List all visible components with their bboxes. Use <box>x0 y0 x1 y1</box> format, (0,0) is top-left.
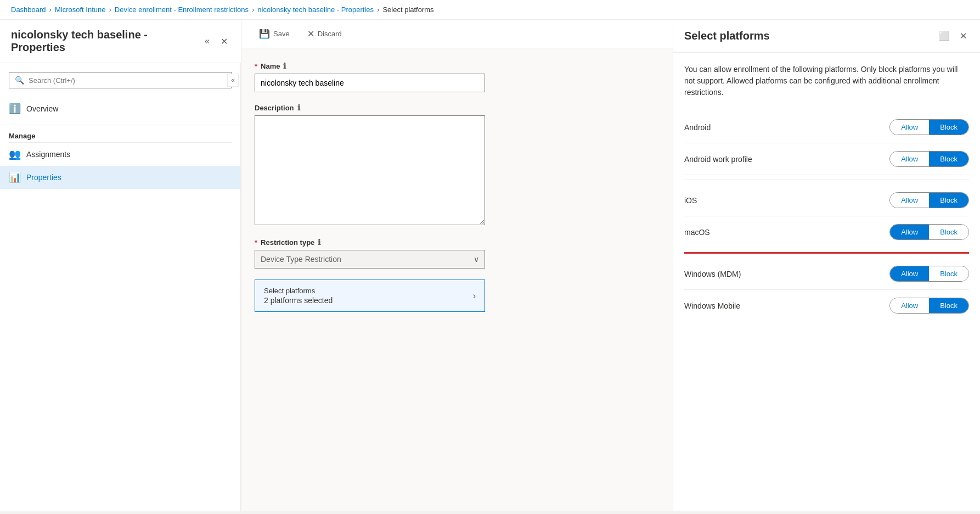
chevron-down-icon: ∨ <box>474 255 479 264</box>
ios-block-button[interactable]: Block <box>929 193 968 208</box>
save-button[interactable]: 💾 Save <box>255 26 294 41</box>
right-panel-body: You can allow enrollment of the followin… <box>673 53 980 332</box>
assignments-icon: 👥 <box>9 148 21 160</box>
discard-button[interactable]: ✕ Discard <box>303 26 346 41</box>
discard-icon: ✕ <box>307 29 314 39</box>
close-panel-button[interactable]: ✕ <box>218 34 230 49</box>
platform-ios-label: iOS <box>684 196 697 205</box>
restriction-type-value: Device Type Restriction <box>261 255 341 264</box>
collapse-panel-button[interactable]: « <box>202 34 212 48</box>
android-work-toggle-group: Allow Block <box>889 151 969 167</box>
platform-row-android: Android Allow Block <box>684 111 969 143</box>
breadcrumb-sep-2: › <box>109 5 111 14</box>
breadcrumb-sep-4: › <box>377 5 379 14</box>
sidebar-item-overview[interactable]: ℹ️ Overview <box>0 97 240 120</box>
breadcrumb-enrollment[interactable]: Device enrollment - Enrollment restricti… <box>115 5 249 14</box>
platform-row-windows-mdm: Windows (MDM) Allow Block <box>684 258 969 290</box>
name-input[interactable] <box>255 74 485 92</box>
windows-mdm-toggle-group: Allow Block <box>889 266 969 282</box>
sidebar: 🔍 « ℹ️ Overview Manage 👥 Assignments 📊 P… <box>0 63 241 511</box>
android-toggle-group: Allow Block <box>889 119 969 135</box>
platform-row-ios: iOS Allow Block <box>684 185 969 216</box>
sidebar-item-overview-label: Overview <box>26 104 58 113</box>
description-field-group: Description ℹ <box>255 103 660 227</box>
platform-android-label: Android <box>684 123 711 132</box>
windows-mdm-block-button[interactable]: Block <box>929 266 968 281</box>
android-work-allow-button[interactable]: Allow <box>890 152 929 166</box>
macos-block-button[interactable]: Block <box>929 225 968 239</box>
restriction-type-label: * Restriction type ℹ <box>255 238 660 247</box>
chevron-right-icon: › <box>473 291 476 301</box>
section-divider-1 <box>684 180 969 180</box>
description-label: Description ℹ <box>255 103 660 112</box>
android-block-button[interactable]: Block <box>929 120 968 135</box>
right-panel-header-actions: ⬜ ✕ <box>937 29 969 43</box>
restriction-type-group: * Restriction type ℹ Device Type Restric… <box>255 238 660 269</box>
platform-windows-mdm-label: Windows (MDM) <box>684 270 741 278</box>
sidebar-item-properties-label: Properties <box>26 173 61 182</box>
breadcrumb: Dashboard › Microsoft Intune › Device en… <box>0 0 980 20</box>
restriction-info-icon[interactable]: ℹ <box>318 238 320 247</box>
platform-windows-mobile-label: Windows Mobile <box>684 301 740 310</box>
sidebar-collapse-button[interactable]: « <box>227 74 239 87</box>
breadcrumb-properties[interactable]: nicolonsky tech baseline - Properties <box>257 5 374 14</box>
select-platforms-title: Select platforms <box>264 287 333 295</box>
manage-section-label: Manage <box>0 125 240 142</box>
right-panel-header: Select platforms ⬜ ✕ <box>673 20 980 53</box>
platform-row-windows-mobile: Windows Mobile Allow Block <box>684 290 969 321</box>
panel-title: nicolonsky tech baseline - Properties <box>11 29 202 54</box>
windows-mdm-allow-button[interactable]: Allow <box>890 266 929 281</box>
right-panel: Select platforms ⬜ ✕ You can allow enrol… <box>673 20 980 511</box>
properties-icon: 📊 <box>9 171 21 183</box>
save-icon: 💾 <box>259 29 270 39</box>
panel-header-actions: « ✕ <box>202 34 230 49</box>
macos-allow-button[interactable]: Allow <box>890 225 929 239</box>
select-platforms-content: Select platforms 2 platforms selected <box>264 287 333 305</box>
form-area: * Name ℹ Description ℹ * Restriction typ… <box>241 48 673 511</box>
name-info-icon[interactable]: ℹ <box>283 62 286 70</box>
sidebar-item-properties[interactable]: 📊 Properties <box>0 166 240 189</box>
breadcrumb-current: Select platforms <box>382 5 433 14</box>
search-input[interactable] <box>29 76 226 85</box>
name-required-star: * <box>255 62 257 70</box>
left-panel: nicolonsky tech baseline - Properties « … <box>0 20 241 511</box>
right-panel-description: You can allow enrollment of the followin… <box>684 64 969 98</box>
name-label: * Name ℹ <box>255 62 660 70</box>
expand-panel-button[interactable]: ⬜ <box>937 29 952 43</box>
red-divider-line <box>684 252 969 254</box>
name-field-group: * Name ℹ <box>255 62 660 92</box>
macos-toggle-group: Allow Block <box>889 224 969 240</box>
windows-mobile-toggle-group: Allow Block <box>889 298 969 314</box>
ios-allow-button[interactable]: Allow <box>890 193 929 208</box>
windows-mobile-block-button[interactable]: Block <box>929 298 968 313</box>
panel-header: nicolonsky tech baseline - Properties « … <box>0 20 241 63</box>
save-label: Save <box>273 30 290 38</box>
description-textarea[interactable] <box>255 115 485 225</box>
platform-android-work-label: Android work profile <box>684 155 752 164</box>
description-info-icon[interactable]: ℹ <box>297 103 300 112</box>
restriction-type-select[interactable]: Device Type Restriction ∨ <box>255 250 485 269</box>
sidebar-item-assignments-label: Assignments <box>26 150 70 159</box>
discard-label: Discard <box>318 30 342 38</box>
ios-toggle-group: Allow Block <box>889 192 969 208</box>
breadcrumb-intune[interactable]: Microsoft Intune <box>55 5 106 14</box>
platform-row-macos: macOS Allow Block <box>684 216 969 248</box>
content-area: 💾 Save ✕ Discard * Name ℹ <box>241 20 673 511</box>
windows-mobile-allow-button[interactable]: Allow <box>890 298 929 313</box>
platform-macos-label: macOS <box>684 228 710 237</box>
toolbar: 💾 Save ✕ Discard <box>241 20 673 48</box>
breadcrumb-sep-3: › <box>252 5 254 14</box>
breadcrumb-sep-1: › <box>49 5 52 14</box>
select-platforms-row[interactable]: Select platforms 2 platforms selected › <box>255 280 485 312</box>
platform-row-android-work: Android work profile Allow Block <box>684 143 969 175</box>
search-icon: 🔍 <box>15 76 24 85</box>
android-work-block-button[interactable]: Block <box>929 152 968 166</box>
right-panel-title: Select platforms <box>684 30 770 42</box>
overview-icon: ℹ️ <box>9 103 21 115</box>
close-right-panel-button[interactable]: ✕ <box>958 29 969 43</box>
restriction-required-star: * <box>255 238 257 247</box>
android-allow-button[interactable]: Allow <box>890 120 929 135</box>
select-platforms-value: 2 platforms selected <box>264 296 333 305</box>
breadcrumb-dashboard[interactable]: Dashboard <box>11 5 46 14</box>
sidebar-item-assignments[interactable]: 👥 Assignments <box>0 143 240 166</box>
